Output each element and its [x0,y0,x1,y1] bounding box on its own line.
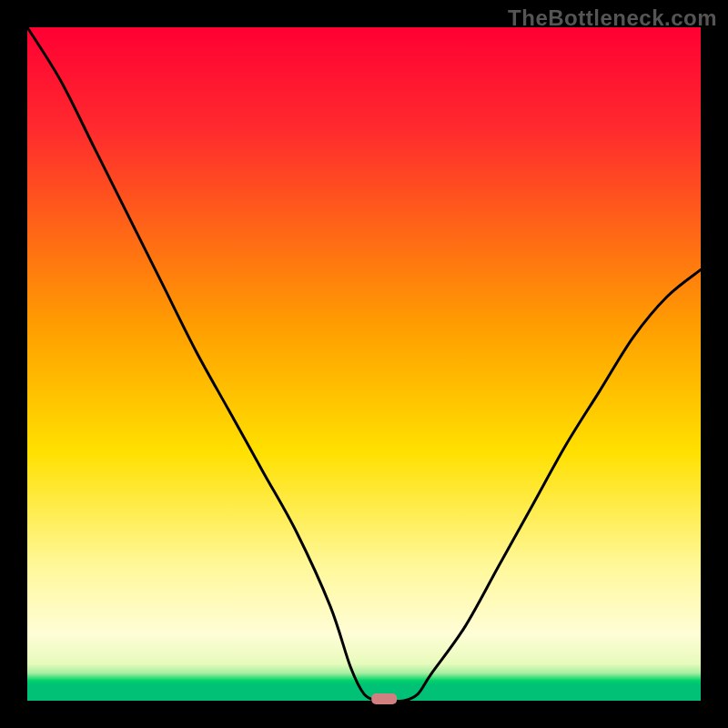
chart-canvas [0,0,728,728]
bottleneck-chart: TheBottleneck.com [0,0,728,728]
optimal-point-marker [371,693,397,704]
plot-background [27,27,701,701]
